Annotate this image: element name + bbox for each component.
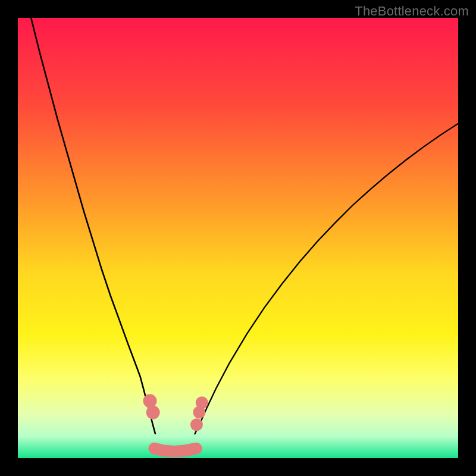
valley-bottom [154, 449, 196, 452]
gradient-background [18, 18, 458, 458]
left-dot-lower [146, 406, 160, 419]
right-dot-mid [193, 406, 205, 419]
chart-frame: TheBottleneck.com [0, 0, 476, 476]
right-dot-lower [190, 418, 203, 431]
chart-svg [18, 18, 458, 458]
watermark-text: TheBottleneck.com [355, 4, 469, 19]
left-dot-upper [143, 394, 157, 408]
plot-area [18, 18, 458, 458]
